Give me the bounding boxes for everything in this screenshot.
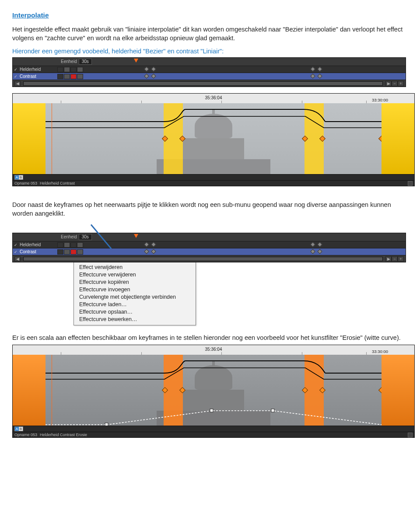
menu-item-load-curve[interactable]: Effectcurve laden…	[74, 301, 196, 308]
menu-item-remove-curve[interactable]: Effectcurve verwijderen	[74, 271, 196, 279]
next-keyframe-button[interactable]	[77, 67, 83, 72]
timecode-center: 35:36:04	[205, 95, 222, 101]
dropdown-icon[interactable]	[57, 74, 63, 79]
visibility-icon[interactable]: ✓	[13, 249, 19, 255]
unit-label: Eenheid	[61, 59, 77, 65]
add-keyframe-button[interactable]	[70, 249, 77, 255]
clip-preview	[46, 355, 382, 426]
caption-example: Hieronder een gemengd voobeeld, helderhe…	[12, 47, 408, 56]
visibility-icon[interactable]: ✓	[13, 67, 19, 72]
preview-footer: A B	[13, 426, 414, 432]
zoom-in-button[interactable]: +	[398, 81, 404, 86]
visibility-icon[interactable]: ✓	[13, 242, 19, 248]
submenu-paragraph: Door naast de keyframes op het neerwaart…	[12, 200, 408, 218]
keyframe-icon[interactable]	[151, 249, 156, 254]
scrollbar-thumb[interactable]	[24, 82, 382, 85]
prev-keyframe-button[interactable]	[64, 74, 70, 79]
keyframe-icon[interactable]	[317, 242, 322, 247]
keyframe-icon[interactable]	[317, 66, 322, 71]
adjacent-clip-right	[382, 103, 414, 174]
keyframe-icon[interactable]	[310, 73, 315, 78]
effect-row-contrast[interactable]: ✓ Contrast	[13, 73, 406, 80]
keyframe-icon[interactable]	[317, 249, 322, 254]
ab-toggle[interactable]: A B	[14, 175, 23, 180]
keyframe-icon[interactable]	[144, 73, 149, 78]
prev-keyframe-button[interactable]	[64, 67, 70, 72]
keyframe-icon[interactable]	[144, 66, 149, 71]
scrollbar-track[interactable]	[23, 257, 383, 261]
zoom-out-button[interactable]: −	[392, 256, 398, 262]
panel-header: Eenheid 30s	[13, 58, 406, 66]
dropdown-icon[interactable]	[57, 242, 63, 248]
clip-name: Opname 053	[14, 181, 37, 186]
effect-panel: Eenheid 30s ✓ Helderheid ✓ Contrast	[12, 233, 406, 262]
zoom-in-button[interactable]: +	[398, 256, 404, 262]
panel-scrollbar: ◀ ▶ − +	[13, 255, 406, 262]
visibility-icon[interactable]: ✓	[13, 74, 19, 79]
dropdown-icon[interactable]	[57, 67, 63, 72]
timeline-ruler[interactable]: 35:36:04 33:30:00	[13, 345, 414, 355]
keyframe-icon[interactable]	[310, 66, 315, 71]
keyframe-track[interactable]	[84, 66, 406, 73]
prev-keyframe-button[interactable]	[64, 242, 70, 248]
next-keyframe-button[interactable]	[77, 249, 83, 255]
add-keyframe-button[interactable]	[70, 74, 77, 79]
ruler[interactable]	[94, 233, 406, 241]
keyframe-track[interactable]	[84, 248, 406, 255]
preview-timeline: 35:36:04 33:30:00	[12, 93, 415, 186]
keyframe-icon[interactable]	[144, 242, 149, 247]
menu-item-insert-curve[interactable]: Effectcurve invoegen	[74, 286, 196, 293]
scroll-left-button[interactable]: ◀	[14, 81, 21, 86]
keyframe-icon[interactable]	[151, 73, 156, 78]
playhead-line[interactable]	[52, 103, 52, 174]
scrollbar-thumb[interactable]	[24, 257, 382, 261]
keyframe-track[interactable]	[84, 73, 406, 80]
keyframe-track[interactable]	[84, 241, 406, 248]
effect-curves	[46, 355, 382, 426]
menu-item-remove-effect[interactable]: Effect verwijderen	[74, 264, 196, 271]
playhead-icon[interactable]	[134, 59, 138, 63]
ruler[interactable]	[94, 58, 406, 66]
context-menu: Effect verwijderen Effectcurve verwijder…	[74, 262, 196, 325]
unit-dropdown[interactable]: 30s	[79, 59, 92, 65]
keyframe-icon[interactable]	[310, 242, 315, 247]
dropdown-icon[interactable]	[57, 249, 63, 255]
scrollbar-track[interactable]	[23, 81, 383, 86]
menu-item-edit-curve[interactable]: Effectcurve bewerken…	[74, 316, 196, 323]
expand-icon[interactable]	[408, 181, 413, 186]
playhead-icon[interactable]	[134, 234, 138, 238]
timeline-ruler[interactable]: 35:36:04 33:30:00	[13, 94, 414, 103]
preview-timeline-erosie: 35:36:04 33:30:00	[12, 345, 415, 438]
unit-dropdown[interactable]: 30s	[79, 234, 92, 240]
add-keyframe-button[interactable]	[70, 67, 77, 72]
svg-rect-2	[271, 409, 274, 412]
keyframe-icon[interactable]	[310, 249, 315, 254]
next-keyframe-button[interactable]	[77, 242, 83, 248]
preview-area	[13, 355, 414, 426]
keyframe-icon[interactable]	[151, 242, 156, 247]
next-keyframe-button[interactable]	[77, 74, 83, 79]
ab-toggle[interactable]: A B	[14, 426, 23, 431]
effect-label: Contrast	[19, 249, 57, 255]
scroll-right-button[interactable]: ▶	[385, 81, 392, 86]
preview-footer-labels: Opname 053 Helderheid Contrast Erosie	[13, 432, 414, 437]
expand-icon[interactable]	[408, 433, 413, 437]
menu-item-save-curve[interactable]: Effectcurve opslaan…	[74, 308, 196, 316]
scroll-left-button[interactable]: ◀	[14, 256, 21, 262]
keyframe-icon[interactable]	[144, 249, 149, 254]
add-keyframe-button[interactable]	[70, 242, 77, 248]
menu-item-copy-curve[interactable]: Effectcurve kopiëren	[74, 279, 196, 286]
keyframe-icon[interactable]	[317, 73, 322, 78]
effect-row-contrast[interactable]: ✓ Contrast	[13, 248, 406, 255]
effect-panel: Eenheid 30s ✓ Helderheid ✓ Contrast	[12, 57, 406, 87]
keyframe-icon[interactable]	[151, 66, 156, 71]
effect-row-helderheid[interactable]: ✓ Helderheid	[13, 66, 406, 73]
zoom-out-button[interactable]: −	[392, 81, 398, 86]
playhead-line[interactable]	[52, 355, 52, 426]
scroll-right-button[interactable]: ▶	[385, 256, 392, 262]
effect-label: Helderheid	[19, 242, 57, 248]
unit-label: Eenheid	[61, 234, 77, 240]
menu-item-bind-length[interactable]: Curvelengte met objectlengte verbinden	[74, 293, 196, 301]
effect-row-helderheid[interactable]: ✓ Helderheid	[13, 241, 406, 248]
prev-keyframe-button[interactable]	[64, 249, 70, 255]
